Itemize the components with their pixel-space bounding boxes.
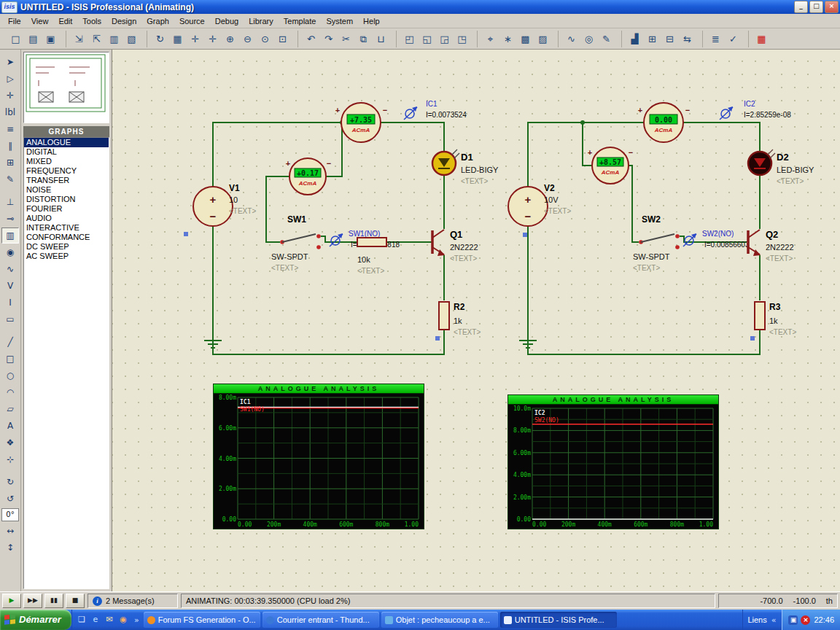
component-tool[interactable]: ▷ xyxy=(1,71,19,87)
title-bar[interactable]: isis UNTITLED - ISIS Professional (Anima… xyxy=(0,0,840,14)
transistor-q1[interactable]: Q1 2N2222 <TEXT> xyxy=(432,229,478,262)
current-probe-ic1[interactable]: IC1 I=0.0073524 xyxy=(404,100,467,120)
line-tool[interactable]: ╱ xyxy=(1,334,19,350)
ammeter-collector-1[interactable]: +7.35 ACmA + − xyxy=(335,103,387,142)
sidebar-item-dc-sweep[interactable]: DC SWEEP xyxy=(24,242,109,252)
browser-icon[interactable]: e xyxy=(90,614,101,626)
copy-button[interactable]: ⧉ xyxy=(355,31,372,47)
open-file-button[interactable]: ▤ xyxy=(25,31,42,47)
selection-tool[interactable]: ➤ xyxy=(1,54,19,70)
analogue-analysis-graph-2[interactable]: ANALOGUE ANALYSIS 0.00200m400m600m800m1.… xyxy=(508,394,719,529)
menu-template[interactable]: Template xyxy=(279,15,322,27)
mirror-y-button[interactable]: ↕ xyxy=(1,540,19,556)
led-d1[interactable]: D1 LED-BIGY <TEXT> xyxy=(432,149,499,185)
media-icon[interactable]: ◉ xyxy=(117,614,129,626)
print-button[interactable]: ▥ xyxy=(106,31,122,47)
sidebar-item-ac-sweep[interactable]: AC SWEEP xyxy=(24,252,109,261)
security-alert-icon[interactable]: × xyxy=(801,615,810,625)
sidebar-item-interactive[interactable]: INTERACTIVE xyxy=(24,223,109,233)
close-button[interactable]: × xyxy=(825,1,839,13)
decompose-button[interactable]: ▨ xyxy=(534,31,551,47)
erc-button[interactable]: ✓ xyxy=(725,31,742,47)
current-probe-ic2[interactable]: IC2 I=2.85259e-08 xyxy=(720,100,791,120)
paste-button[interactable]: ⊔ xyxy=(373,31,389,47)
new-sheet-button[interactable]: ⊞ xyxy=(644,31,661,47)
sidebar-item-audio[interactable]: AUDIO xyxy=(24,214,109,223)
mirror-x-button[interactable]: ↔ xyxy=(1,523,19,539)
menu-help[interactable]: Help xyxy=(358,15,385,27)
sidebar-item-frequency[interactable]: FREQUENCY xyxy=(24,166,109,176)
ammeter-base-1[interactable]: +0.17 ACmA + − xyxy=(286,158,331,195)
export-section-button[interactable]: ⇱ xyxy=(88,31,105,47)
packaging-button[interactable]: ▩ xyxy=(517,31,534,47)
menu-file[interactable]: File xyxy=(3,15,26,27)
show-desktop-icon[interactable]: ❏ xyxy=(76,614,88,626)
sidebar-item-conformance[interactable]: CONFORMANCE xyxy=(24,233,109,242)
message-panel[interactable]: i 2 Message(s) xyxy=(88,594,178,608)
sidebar-item-distortion[interactable]: DISTORTION xyxy=(24,195,109,204)
cut-button[interactable]: ✂ xyxy=(338,31,354,47)
generator-tool[interactable]: ∿ xyxy=(1,261,19,277)
resistor-r2[interactable]: R2 1k <TEXT> xyxy=(439,302,481,336)
menu-library[interactable]: Library xyxy=(244,15,279,27)
block-move-button[interactable]: ◱ xyxy=(419,31,435,47)
symbol-tool[interactable]: ❖ xyxy=(1,435,19,451)
terminal-tool[interactable]: ⊥ xyxy=(1,194,19,210)
block-rotate-button[interactable]: ◲ xyxy=(436,31,453,47)
goto-sheet-button[interactable]: ⇆ xyxy=(679,31,696,47)
minimize-button[interactable]: _ xyxy=(794,1,808,13)
switch-sw1[interactable]: SW1 SW-SPDT <TEXT> xyxy=(271,214,321,272)
pause-button[interactable]: ▮▮ xyxy=(44,594,63,608)
circle-tool[interactable]: ○ xyxy=(1,368,19,384)
autorouter-button[interactable]: ∿ xyxy=(563,31,580,47)
bus-tool[interactable]: ∥ xyxy=(1,138,19,154)
zoom-in-button[interactable]: ⊕ xyxy=(222,31,238,47)
led-d2[interactable]: D2 LED-BIGY <TEXT> xyxy=(748,149,814,185)
pick-device-button[interactable]: ⌖ xyxy=(482,31,499,47)
analogue-analysis-graph-1[interactable]: ANALOGUE ANALYSIS 0.00200m400m600m800m1.… xyxy=(213,384,424,529)
menu-design[interactable]: Design xyxy=(106,15,141,27)
block-copy-button[interactable]: ◰ xyxy=(401,31,418,47)
marker-tool[interactable]: ⊹ xyxy=(1,451,19,467)
arc-tool[interactable]: ◠ xyxy=(1,384,19,400)
dc-source-v2[interactable]: + − V2 10V <TEXT> xyxy=(508,183,571,226)
play-button[interactable]: ▶ xyxy=(2,594,21,608)
rotate-ccw-button[interactable]: ↺ xyxy=(1,491,19,507)
resistor-10k[interactable]: 10k <TEXT> xyxy=(357,238,386,275)
overview-preview[interactable] xyxy=(23,52,109,123)
maximize-button[interactable]: □ xyxy=(809,1,823,13)
instrument-tool[interactable]: ▭ xyxy=(1,311,19,327)
sidebar-item-noise[interactable]: NOISE xyxy=(24,185,109,195)
ammeter-base-2[interactable]: +8.57 ACmA + − xyxy=(588,147,633,184)
voltage-probe-tool[interactable]: V xyxy=(1,278,19,294)
sidebar-item-analogue[interactable]: ANALOGUE xyxy=(24,138,109,147)
step-button[interactable]: ▶▶ xyxy=(23,594,42,608)
grid-toggle-button[interactable]: ▦ xyxy=(169,31,186,47)
make-device-button[interactable]: ∗ xyxy=(499,31,516,47)
import-section-button[interactable]: ⇲ xyxy=(71,31,88,47)
menu-edit[interactable]: Edit xyxy=(53,15,77,27)
rotation-angle-display[interactable]: 0° xyxy=(1,508,19,521)
resistor-r3[interactable]: R3 1k <TEXT> xyxy=(755,302,796,336)
taskbar-task-1[interactable]: Forum FS Generation - O... xyxy=(144,612,260,628)
transistor-q2[interactable]: Q2 2N2222 <TEXT> xyxy=(748,229,794,262)
sidebar-item-mixed[interactable]: MIXED xyxy=(24,157,109,166)
text-script-tool[interactable]: ≡ xyxy=(1,121,19,137)
menu-tools[interactable]: Tools xyxy=(77,15,106,27)
current-probe-sw2no[interactable]: SW2(NO) I=0.00856603 xyxy=(683,230,750,249)
wire-label-tool[interactable]: lbl xyxy=(1,104,19,120)
schematic-canvas[interactable]: + − V1 10 <TEXT> +7.35 ACmA + − xyxy=(112,50,840,591)
mark-area-button[interactable]: ▧ xyxy=(123,31,140,47)
junction-dot-tool[interactable]: ✛ xyxy=(1,88,19,104)
menu-system[interactable]: System xyxy=(321,15,358,27)
rotate-cw-button[interactable]: ↻ xyxy=(1,474,19,490)
start-button[interactable]: Démarrer xyxy=(0,610,71,630)
instant-edit-tool[interactable]: ✎ xyxy=(1,171,19,187)
redraw-button[interactable]: ↻ xyxy=(152,31,168,47)
tape-recorder-tool[interactable]: ◉ xyxy=(1,244,19,260)
taskbar-task-4[interactable]: UNTITLED - ISIS Profe... xyxy=(500,612,617,628)
netlist-ares-button[interactable]: ▦ xyxy=(753,31,770,47)
box-tool[interactable]: □ xyxy=(1,351,19,367)
sidebar-item-fourier[interactable]: FOURIER xyxy=(24,204,109,214)
menu-graph[interactable]: Graph xyxy=(141,15,174,27)
